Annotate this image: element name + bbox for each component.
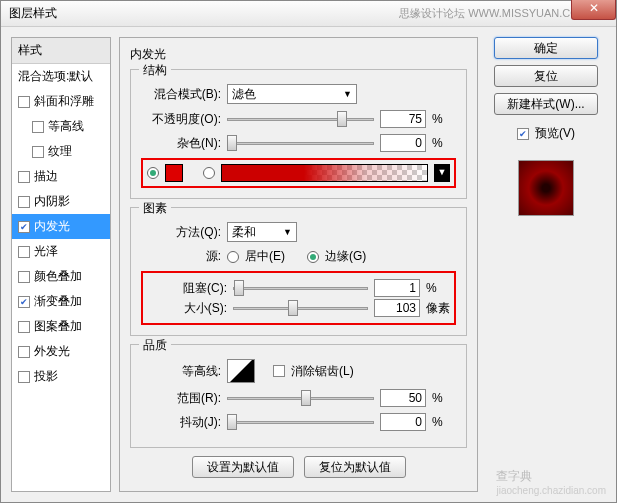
sidebar-item-1[interactable]: 等高线 (12, 114, 110, 139)
quality-group: 品质 等高线: 消除锯齿(L) 范围(R): 50 % 抖动(J): (130, 344, 467, 448)
sidebar-item-9[interactable]: 图案叠加 (12, 314, 110, 339)
preview-checkbox[interactable] (517, 128, 529, 140)
technique-label: 方法(Q): (141, 224, 221, 241)
technique-dropdown[interactable]: 柔和▼ (227, 222, 297, 242)
blend-mode-label: 混合模式(B): (141, 86, 221, 103)
close-button[interactable]: ✕ (571, 0, 616, 20)
sidebar-item-label: 外发光 (34, 343, 70, 360)
opacity-value[interactable]: 75 (380, 110, 426, 128)
new-style-button[interactable]: 新建样式(W)... (494, 93, 598, 115)
sidebar-checkbox[interactable] (18, 346, 30, 358)
right-column: 确定 复位 新建样式(W)... 预览(V) (486, 37, 606, 492)
main-panel: 内发光 结构 混合模式(B): 滤色▼ 不透明度(O): 75 % 杂色(N): (119, 37, 478, 492)
cancel-button[interactable]: 复位 (494, 65, 598, 87)
sidebar-item-11[interactable]: 投影 (12, 364, 110, 389)
sidebar-item-label: 投影 (34, 368, 58, 385)
sidebar-checkbox[interactable] (32, 121, 44, 133)
sidebar-item-10[interactable]: 外发光 (12, 339, 110, 364)
sidebar-item-label: 等高线 (48, 118, 84, 135)
preview-thumbnail (518, 160, 574, 216)
sidebar-item-6[interactable]: 光泽 (12, 239, 110, 264)
size-label: 大小(S): (147, 300, 227, 317)
sidebar-item-label: 渐变叠加 (34, 293, 82, 310)
sidebar-item-label: 内阴影 (34, 193, 70, 210)
opacity-slider[interactable] (227, 110, 374, 128)
chevron-down-icon: ▼ (343, 89, 352, 99)
gradient-dropdown-arrow[interactable]: ▼ (434, 164, 450, 182)
color-source-highlight: ▼ (141, 158, 456, 188)
choke-value[interactable]: 1 (374, 279, 420, 297)
elements-group: 图素 方法(Q): 柔和▼ 源: 居中(E) 边缘(G) (130, 207, 467, 336)
sidebar-checkbox[interactable] (18, 271, 30, 283)
sidebar-checkbox[interactable] (18, 321, 30, 333)
source-center-radio[interactable] (227, 251, 239, 263)
sidebar-item-label: 颜色叠加 (34, 268, 82, 285)
sidebar-item-label: 图案叠加 (34, 318, 82, 335)
layer-style-dialog: 图层样式 思缘设计论坛 WWW.MISSYUAN.COM ✕ 样式 混合选项:默… (0, 0, 617, 503)
contour-picker[interactable] (227, 359, 255, 383)
blend-mode-dropdown[interactable]: 滤色▼ (227, 84, 357, 104)
sidebar-item-7[interactable]: 颜色叠加 (12, 264, 110, 289)
jitter-value[interactable]: 0 (380, 413, 426, 431)
styles-sidebar: 样式 混合选项:默认 斜面和浮雕等高线纹理描边内阴影内发光光泽颜色叠加渐变叠加图… (11, 37, 111, 492)
watermark: 思缘设计论坛 WWW.MISSYUAN.COM (399, 6, 588, 21)
noise-label: 杂色(N): (141, 135, 221, 152)
chevron-down-icon: ▼ (283, 227, 292, 237)
noise-slider[interactable] (227, 134, 374, 152)
sidebar-checkbox[interactable] (18, 371, 30, 383)
sidebar-checkbox[interactable] (18, 96, 30, 108)
sidebar-item-label: 纹理 (48, 143, 72, 160)
choke-slider[interactable] (233, 279, 368, 297)
window-title: 图层样式 (9, 5, 399, 22)
range-value[interactable]: 50 (380, 389, 426, 407)
solid-color-radio[interactable] (147, 167, 159, 179)
opacity-label: 不透明度(O): (141, 111, 221, 128)
make-default-button[interactable]: 设置为默认值 (192, 456, 294, 478)
sidebar-item-label: 内发光 (34, 218, 70, 235)
source-edge-radio[interactable] (307, 251, 319, 263)
sidebar-item-3[interactable]: 描边 (12, 164, 110, 189)
sidebar-item-label: 光泽 (34, 243, 58, 260)
sidebar-checkbox[interactable] (18, 296, 30, 308)
sidebar-item-2[interactable]: 纹理 (12, 139, 110, 164)
jitter-label: 抖动(J): (141, 414, 221, 431)
antialias-checkbox[interactable] (273, 365, 285, 377)
sidebar-checkbox[interactable] (32, 146, 44, 158)
size-slider[interactable] (233, 299, 368, 317)
noise-value[interactable]: 0 (380, 134, 426, 152)
panel-title: 内发光 (130, 46, 467, 63)
choke-size-highlight: 阻塞(C): 1 % 大小(S): 103 像素 (141, 271, 456, 325)
sidebar-blend-default[interactable]: 混合选项:默认 (12, 64, 110, 89)
sidebar-checkbox[interactable] (18, 221, 30, 233)
jitter-slider[interactable] (227, 413, 374, 431)
color-swatch[interactable] (165, 164, 183, 182)
gradient-radio[interactable] (203, 167, 215, 179)
range-slider[interactable] (227, 389, 374, 407)
reset-default-button[interactable]: 复位为默认值 (304, 456, 406, 478)
sidebar-item-5[interactable]: 内发光 (12, 214, 110, 239)
contour-label: 等高线: (141, 363, 221, 380)
choke-label: 阻塞(C): (147, 280, 227, 297)
source-label: 源: (141, 248, 221, 265)
structure-group: 结构 混合模式(B): 滤色▼ 不透明度(O): 75 % 杂色(N): 0 (130, 69, 467, 199)
size-value[interactable]: 103 (374, 299, 420, 317)
sidebar-checkbox[interactable] (18, 196, 30, 208)
sidebar-item-8[interactable]: 渐变叠加 (12, 289, 110, 314)
range-label: 范围(R): (141, 390, 221, 407)
sidebar-item-label: 斜面和浮雕 (34, 93, 94, 110)
ok-button[interactable]: 确定 (494, 37, 598, 59)
sidebar-item-label: 描边 (34, 168, 58, 185)
sidebar-checkbox[interactable] (18, 171, 30, 183)
sidebar-item-0[interactable]: 斜面和浮雕 (12, 89, 110, 114)
sidebar-header: 样式 (12, 38, 110, 64)
sidebar-checkbox[interactable] (18, 246, 30, 258)
titlebar: 图层样式 思缘设计论坛 WWW.MISSYUAN.COM ✕ (1, 1, 616, 27)
gradient-preview[interactable] (221, 164, 428, 182)
sidebar-item-4[interactable]: 内阴影 (12, 189, 110, 214)
